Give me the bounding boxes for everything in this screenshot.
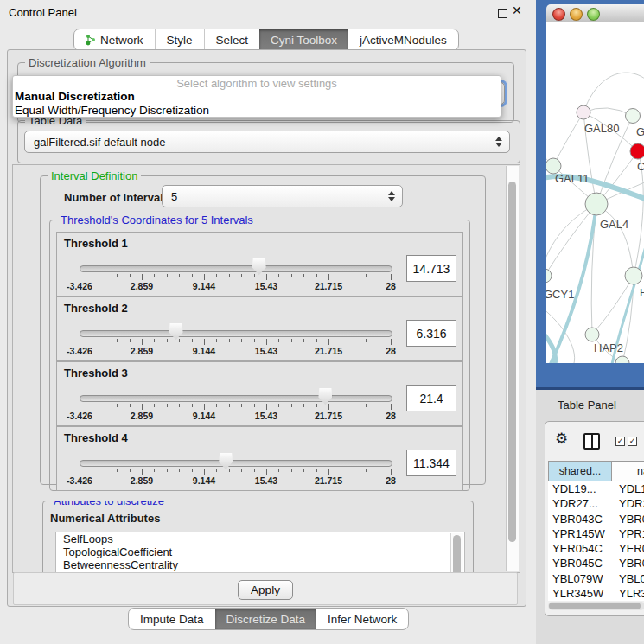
threshold-value-field[interactable]: 11.344 <box>406 450 456 476</box>
horizontal-scrollbar-thumb[interactable] <box>549 603 641 609</box>
network-node[interactable] <box>625 267 642 284</box>
pane-scrollbar-thumb[interactable] <box>508 182 516 542</box>
window-titlebar[interactable] <box>546 4 644 22</box>
control-panel: Control Panel ✕ NetworkStyleSelectCyni T… <box>0 0 536 644</box>
network-node[interactable] <box>546 269 552 283</box>
cell-shared-name: YDL19... <box>548 481 612 496</box>
table-row[interactable]: YDL19...YDL1 <box>548 481 644 496</box>
network-node[interactable] <box>630 143 644 159</box>
tab-select[interactable]: Select <box>204 29 260 50</box>
list-item-betweennesscentrality[interactable]: BetweennessCentrality <box>56 558 464 571</box>
cell-name: YBR0 <box>612 556 644 571</box>
close-traffic-light-icon[interactable] <box>552 8 565 21</box>
cell-name: YBL0 <box>612 571 644 586</box>
dropdown-item-equal-width-frequency-discretization[interactable]: Equal Width/Frequency Discretization <box>13 104 501 118</box>
network-node[interactable] <box>585 328 599 341</box>
slider-track[interactable] <box>80 460 392 467</box>
tab-label: Select <box>216 34 249 47</box>
network-node[interactable] <box>615 356 629 363</box>
network-node[interactable] <box>577 105 590 119</box>
slider-track[interactable] <box>80 330 392 337</box>
horizontal-scrollbar[interactable] <box>548 602 644 610</box>
list-scrollbar[interactable] <box>450 533 463 573</box>
tab-jactivemnodules[interactable]: jActiveMNodules <box>348 29 458 50</box>
cell-shared-name: YDR27... <box>548 496 612 511</box>
tab-network[interactable]: Network <box>74 29 155 50</box>
table-data-value: galFiltered.sif default node <box>34 136 165 149</box>
tab-style[interactable]: Style <box>155 29 204 50</box>
cell-name: YBR0 <box>612 512 644 526</box>
slider-handle[interactable] <box>252 258 266 275</box>
cell-shared-name: YBR043C <box>548 512 612 526</box>
table-row[interactable]: YBR043CYBR0 <box>548 512 644 526</box>
algorithm-dropdown-popup: Select algorithm to view settingsManual … <box>12 75 501 118</box>
slider-ticks <box>57 404 462 411</box>
zoom-traffic-light-icon[interactable] <box>587 8 600 21</box>
combo-stepper-icon <box>388 191 395 201</box>
cell-name: YLR3 <box>612 586 644 601</box>
pane-scrollbar[interactable] <box>506 166 519 571</box>
network-node[interactable] <box>585 193 608 215</box>
float-window-icon[interactable] <box>498 9 507 18</box>
tab-discretize-data[interactable]: Discretize Data <box>215 609 317 629</box>
checkbox-icon[interactable]: ✓ <box>615 437 625 446</box>
network-node[interactable] <box>626 109 641 124</box>
panel-title: Control Panel <box>9 6 77 19</box>
threshold-value-field[interactable]: 6.316 <box>406 320 456 347</box>
table-row[interactable]: YER054CYER0 <box>548 541 644 556</box>
slider-ticks <box>57 274 462 281</box>
threshold-value-field[interactable]: 21.4 <box>406 385 456 411</box>
numerical-attributes-label: Numerical Attributes <box>50 512 160 525</box>
tab-label: Network <box>100 34 143 47</box>
threshold-value-field[interactable]: 14.713 <box>406 255 456 282</box>
tab-cyni-toolbox[interactable]: Cyni Toolbox <box>259 29 348 50</box>
close-icon[interactable]: ✕ <box>512 3 522 17</box>
slider-handle[interactable] <box>219 453 233 469</box>
slider-track[interactable] <box>80 265 392 272</box>
table-data-combobox[interactable]: galFiltered.sif default node <box>24 131 510 153</box>
apply-button[interactable]: Apply <box>238 580 293 600</box>
network-edge <box>583 73 644 112</box>
numerical-attributes-list[interactable]: SelfLoopsTopologicalCoefficientBetweenne… <box>55 532 465 573</box>
slider-handle[interactable] <box>169 323 183 340</box>
threshold-label: Threshold 2 <box>64 302 128 315</box>
list-item-topologicalcoefficient[interactable]: TopologicalCoefficient <box>56 545 464 558</box>
threshold-4-box: Threshold 4-3.4262.8599.14415.4321.71528… <box>56 426 463 491</box>
cell-shared-name: YLR345W <box>548 586 612 601</box>
cell-name: YPR1 <box>612 526 644 541</box>
minimize-traffic-light-icon[interactable] <box>570 8 583 21</box>
split-columns-icon[interactable] <box>583 433 600 450</box>
network-graph: GAL80GACGAL11GAL4GCY1HHAP2 <box>546 22 644 363</box>
list-scrollbar-thumb[interactable] <box>453 535 461 573</box>
tab-infer-network[interactable]: Infer Network <box>316 609 408 629</box>
slider-handle[interactable] <box>318 388 332 405</box>
table-row[interactable]: YBL079WYBL0 <box>548 571 644 586</box>
threshold-label: Threshold 1 <box>64 237 128 250</box>
node-label-gal11: GAL11 <box>555 172 590 185</box>
slider-axis-labels: -3.4262.8599.14415.4321.71528 <box>57 475 462 486</box>
gear-icon[interactable]: ⚙ <box>555 430 568 448</box>
bottom-tab-bar: Impute DataDiscretize DataInfer Network <box>128 608 409 630</box>
dropdown-placeholder-item[interactable]: Select algorithm to view settings <box>13 77 501 90</box>
dropdown-item-manual-discretization[interactable]: Manual Discretization <box>13 90 501 104</box>
list-item-selfloops[interactable]: SelfLoops <box>56 532 464 545</box>
checkbox-icon[interactable]: ✓ <box>628 437 637 446</box>
table-row[interactable]: YDR27...YDR2 <box>548 496 644 511</box>
network-edge-thick <box>546 327 556 363</box>
column-header-shared[interactable]: shared... <box>548 461 612 481</box>
network-canvas[interactable]: GAL80GACGAL11GAL4GCY1HHAP2 <box>546 22 644 363</box>
table-row[interactable]: YBR045CYBR0 <box>548 556 644 571</box>
thresholds-group: Threshold's Coordinates for 5 Intervals … <box>49 220 470 491</box>
column-header-name[interactable]: na <box>611 461 644 481</box>
slider-track[interactable] <box>80 395 392 402</box>
node-label-ga: GA <box>636 125 644 138</box>
cell-shared-name: YER054C <box>548 541 612 556</box>
thresholds-group-label: Threshold's Coordinates for 5 Intervals <box>57 214 257 226</box>
number-of-intervals-value: 5 <box>171 190 177 203</box>
number-of-intervals-combobox[interactable]: 5 <box>162 185 403 207</box>
table-row[interactable]: YPR145WYPR1 <box>548 526 644 541</box>
table-row[interactable]: YLR345WYLR3 <box>548 586 644 601</box>
tab-label: Infer Network <box>328 613 397 626</box>
attributes-group: Attributes to discretize Numerical Attri… <box>42 501 474 573</box>
tab-impute-data[interactable]: Impute Data <box>129 609 215 629</box>
